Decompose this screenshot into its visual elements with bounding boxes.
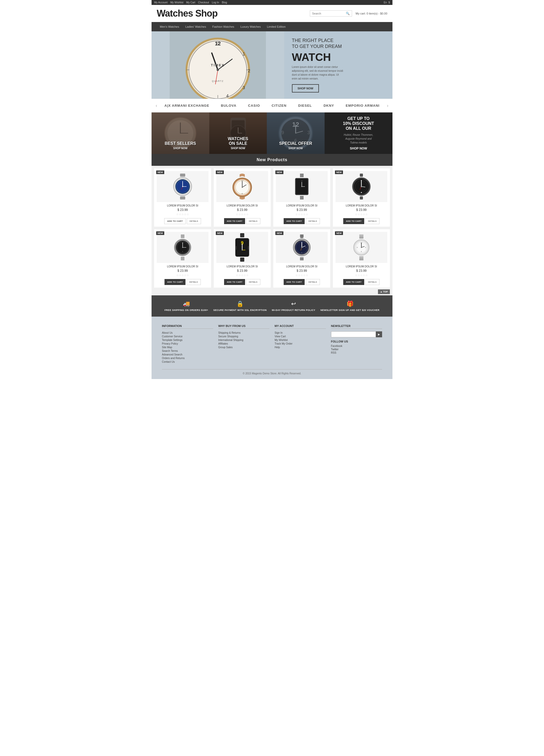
feature-newsletter: 🎁 NEWSLETTER SIGN UP AND GET $20 VOUCHER: [320, 301, 380, 311]
promo-best-sellers-cta[interactable]: SHOP NOW: [165, 147, 196, 150]
product-actions-6: ADD TO CART DETAILS: [216, 279, 268, 285]
brand-citizen[interactable]: CITIZEN: [270, 103, 289, 109]
svg-text:12: 12: [241, 180, 243, 182]
footer-intl-shipping[interactable]: International Shipping: [218, 339, 270, 341]
product-badge-6: NEW: [216, 231, 224, 235]
footer-view-cart[interactable]: View Cart: [275, 335, 326, 338]
details-1[interactable]: DETAILS: [187, 218, 201, 224]
footer-orders-returns[interactable]: Orders and Returns: [162, 357, 213, 360]
footer-shipping-returns[interactable]: Shipping & Returns: [218, 331, 270, 334]
footer-privacy[interactable]: Privacy Policy: [162, 342, 213, 345]
promo-discount-cta[interactable]: SHOP NOW: [350, 147, 367, 150]
my-wishlist-link[interactable]: My Wishlist: [170, 1, 183, 4]
nav-luxury[interactable]: Luxury Watches: [237, 22, 264, 31]
add-to-cart-2[interactable]: ADD TO CART: [224, 218, 245, 224]
cart-info: My cart: 0 item(s) - $0.00: [356, 12, 387, 15]
footer-twitter[interactable]: Twitter: [331, 348, 382, 351]
add-to-cart-3[interactable]: ADD TO CART: [284, 218, 304, 224]
footer-customer-service[interactable]: Customer Service: [162, 335, 213, 338]
svg-rect-105: [359, 234, 363, 237]
footer-about[interactable]: About Us: [162, 331, 213, 334]
add-to-cart-6[interactable]: ADD TO CART: [224, 279, 245, 285]
shipping-icon: 🚚: [183, 301, 190, 307]
back-to-top-button[interactable]: ▲ TOP: [378, 289, 390, 294]
footer-newsletter-col: NEWSLETTER ▶ FOLLOW US Facebook Twitter …: [331, 324, 382, 364]
follow-links: Facebook Twitter RSS: [331, 345, 382, 354]
details-5[interactable]: DETAILS: [187, 279, 201, 285]
svg-text:QUARTZ: QUARTZ: [212, 80, 224, 82]
brand-next-button[interactable]: ›: [385, 103, 390, 108]
currency-selector[interactable]: $: [388, 1, 390, 4]
details-4[interactable]: DETAILS: [365, 218, 380, 224]
add-to-cart-1[interactable]: ADD TO CART: [164, 218, 185, 224]
my-cart-link[interactable]: My Cart: [186, 1, 195, 4]
footer-my-account-title: MY ACCOUNT: [275, 324, 326, 329]
footer-copyright: © 2015 Magento Demo Store. All Rights Re…: [162, 369, 382, 375]
nav-limited[interactable]: Limited Edition: [264, 22, 289, 31]
nav-ladies[interactable]: Ladies' Watches: [182, 22, 209, 31]
product-image-8: 12 6 3 9: [335, 232, 387, 263]
promo-watches-sale-cta[interactable]: SHOP NOW: [228, 147, 248, 150]
footer-search-terms[interactable]: Search Terms: [162, 350, 213, 352]
add-to-cart-8[interactable]: ADD TO CART: [343, 279, 364, 285]
footer-sign-in[interactable]: Sign In: [275, 331, 326, 334]
add-to-cart-7[interactable]: ADD TO CART: [284, 279, 304, 285]
product-price-4: $ 23.99: [335, 208, 387, 212]
search-icon[interactable]: 🔍: [346, 12, 350, 15]
details-6[interactable]: DETAILS: [246, 279, 260, 285]
footer-sitemap[interactable]: Site Map: [162, 346, 213, 349]
gift-icon: 🎁: [347, 301, 354, 307]
details-8[interactable]: DETAILS: [365, 279, 380, 285]
product-name-8: LOREM IPSUM DOLOR SI: [335, 265, 387, 268]
footer-affiliates[interactable]: Affiliates: [218, 342, 270, 345]
footer-help[interactable]: Help: [275, 346, 326, 349]
footer-facebook[interactable]: Facebook: [331, 345, 382, 347]
add-to-cart-5[interactable]: ADD TO CART: [164, 279, 185, 285]
login-link[interactable]: Log In: [212, 1, 219, 4]
svg-rect-104: [300, 234, 303, 238]
footer-my-wishlist[interactable]: My Wishlist: [275, 339, 326, 341]
brand-diesel[interactable]: DIESEL: [296, 103, 314, 109]
footer-secure-shopping[interactable]: Secure Shopping: [218, 335, 270, 338]
language-selector[interactable]: En: [384, 1, 387, 4]
footer-advanced-search[interactable]: Advanced Search: [162, 353, 213, 356]
footer-template-settings[interactable]: Template Settings: [162, 339, 213, 341]
svg-rect-72: [181, 234, 184, 238]
footer-track-order[interactable]: Track My Order: [275, 342, 326, 345]
footer-information: INFORMATION About Us Customer Service Te…: [162, 324, 213, 364]
brand-bulova[interactable]: BULOVA: [219, 103, 239, 109]
header: Watches Shop 🔍 My cart: 0 item(s) - $0.0…: [152, 5, 392, 22]
product-stars-6: ☆☆☆☆☆: [216, 274, 268, 277]
brand-dkny[interactable]: DKNY: [321, 103, 336, 109]
svg-text:6: 6: [242, 193, 243, 195]
details-2[interactable]: DETAILS: [246, 218, 260, 224]
lock-icon: 🔒: [237, 301, 244, 307]
checkout-link[interactable]: Checkout: [198, 1, 209, 4]
brand-prev-button[interactable]: ‹: [154, 103, 159, 108]
details-7[interactable]: DETAILS: [306, 279, 320, 285]
footer-rss[interactable]: RSS: [331, 351, 382, 354]
newsletter-input[interactable]: [331, 331, 376, 337]
svg-point-89: [242, 249, 243, 251]
my-account-link[interactable]: My Account: [154, 1, 168, 4]
promo-special-offer-cta[interactable]: SHOP NOW: [279, 147, 312, 150]
footer-newsletter-title: NEWSLETTER: [331, 324, 382, 329]
hero-banner: 12 1 2 3 4 TIMEX QUARTZ: [152, 31, 392, 99]
brand-ax[interactable]: A|X ARMANI EXCHANGE: [162, 103, 211, 109]
svg-rect-61: [360, 174, 363, 177]
footer-group-sales[interactable]: Group Sales: [218, 346, 270, 349]
nav-mens[interactable]: Men's Watches: [157, 22, 182, 31]
blog-link[interactable]: Blog: [222, 1, 227, 4]
search-input[interactable]: [312, 12, 346, 15]
feature-newsletter-label: NEWSLETTER SIGN UP AND GET $20 VOUCHER: [320, 309, 380, 311]
brand-casio[interactable]: CASIO: [246, 103, 262, 109]
newsletter-submit-button[interactable]: ▶: [376, 331, 382, 337]
product-price-7: $ 23.99: [276, 269, 328, 273]
hero-shop-now-button[interactable]: SHOP NOW: [292, 84, 319, 92]
brand-emporio[interactable]: EMPORIO ARMANI: [344, 103, 382, 109]
details-3[interactable]: DETAILS: [306, 218, 320, 224]
nav-fashion[interactable]: Fashion Watches: [209, 22, 237, 31]
footer-contact[interactable]: Contact Us: [162, 360, 213, 363]
add-to-cart-4[interactable]: ADD TO CART: [343, 218, 364, 224]
brand-carousel: ‹ A|X ARMANI EXCHANGE BULOVA CASIO CITIZ…: [152, 99, 392, 112]
